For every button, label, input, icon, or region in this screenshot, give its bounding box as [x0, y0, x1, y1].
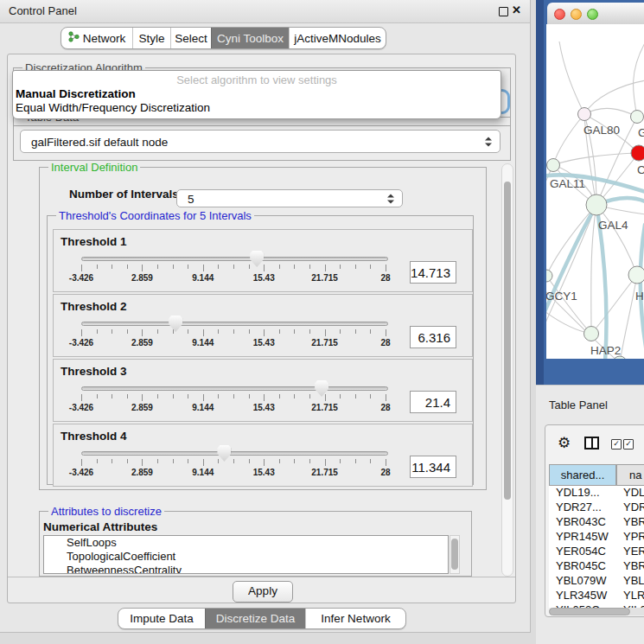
column-header-name[interactable]: na: [616, 464, 644, 486]
dropdown-option[interactable]: Equal Width/Frequency Discretization: [16, 101, 210, 114]
threshold-value-field[interactable]: 21.4: [410, 391, 456, 413]
columns-icon[interactable]: [584, 437, 599, 450]
network-node-gal11[interactable]: [547, 159, 560, 172]
slider-thumb[interactable]: [315, 380, 328, 397]
list-scrollbar[interactable]: [450, 535, 460, 574]
slider-thumb[interactable]: [250, 251, 264, 267]
tab-select[interactable]: Select: [170, 28, 211, 48]
settings-scrollbar[interactable]: [501, 163, 513, 577]
slider-tick: [157, 394, 158, 399]
column-header-shared-name[interactable]: shared...: [549, 464, 616, 486]
slider-tick: [112, 265, 112, 269]
divider: [8, 577, 515, 577]
tab-label: Style: [138, 32, 164, 45]
threshold-item: Threshold 1-3.4262.8599.14415.4321.71528…: [53, 229, 473, 292]
tab-infer-network[interactable]: Infer Network: [305, 609, 405, 628]
slider-tick: [157, 329, 158, 334]
tab-network[interactable]: Network: [61, 28, 132, 48]
list-item[interactable]: SelfLoops: [44, 536, 448, 550]
table-row[interactable]: YDR27...YDR2: [549, 501, 644, 515]
slider-tick: [112, 329, 112, 334]
slider-tick-label: 2.859: [120, 403, 163, 412]
slider-tick: [340, 459, 341, 463]
cell-name: YDR2: [623, 501, 644, 513]
network-edge: [634, 41, 644, 117]
network-node-c[interactable]: [631, 145, 644, 161]
tab-style[interactable]: Style: [132, 28, 170, 48]
scrollbar-thumb[interactable]: [451, 539, 458, 570]
list-item[interactable]: BetweennessCentrality: [44, 564, 448, 574]
network-node-h[interactable]: [628, 266, 644, 284]
threshold-value-field[interactable]: 14.713: [410, 261, 456, 284]
table-data-combobox[interactable]: galFiltered.sif default node: [20, 130, 501, 153]
tab-impute-data[interactable]: Impute Data: [118, 609, 205, 628]
cell-name: YBL0: [623, 574, 644, 587]
number-of-intervals-combobox[interactable]: 5: [176, 189, 403, 207]
network-canvas[interactable]: GAL80GACGAL11GAL4GCY1HHAP2: [546, 24, 644, 359]
threshold-value-field[interactable]: 6.316: [410, 326, 456, 348]
attributes-group: Attributes to discretize Numerical Attri…: [39, 511, 472, 577]
tab-label: Network: [83, 32, 126, 45]
table-row[interactable]: YPR145WYPR1: [549, 530, 644, 545]
slider-tick: [279, 394, 280, 399]
close-icon[interactable]: ✕: [512, 3, 521, 16]
table-row[interactable]: YBR043CYBR0: [549, 515, 644, 530]
table-row[interactable]: YBL079WYBL0: [549, 574, 644, 589]
tab-discretize-data[interactable]: Discretize Data: [205, 609, 305, 628]
gear-icon[interactable]: ⚙: [558, 434, 571, 452]
slider-tick: [325, 265, 326, 271]
cell-name: YER0: [623, 545, 644, 558]
cell-shared-name: YPR145W: [556, 530, 609, 543]
apply-button[interactable]: Apply: [233, 581, 293, 603]
cell-name: YDL1: [623, 486, 644, 499]
table-row[interactable]: YDL19...YDL1: [549, 486, 644, 501]
network-edge: [591, 275, 637, 334]
slider-tick: [386, 265, 386, 271]
scrollbar-thumb[interactable]: [504, 182, 511, 500]
minimize-button[interactable]: [571, 9, 582, 20]
thresholds-group: Threshold's Coordinates for 5 Intervals …: [47, 215, 474, 485]
network-node-label: GCY1: [546, 290, 577, 303]
scrollbar-thumb[interactable]: [549, 608, 630, 615]
network-node-ga[interactable]: [631, 111, 644, 124]
slider-tick: [386, 394, 386, 401]
threshold-value-field[interactable]: 11.344: [410, 456, 456, 478]
slider-tick: [233, 394, 234, 399]
zoom-button[interactable]: [587, 9, 598, 20]
slider-tick: [112, 459, 112, 463]
control-panel-window: Control Panel ✕ NetworkStyleSelectCyni T…: [0, 0, 531, 633]
network-node-gal4[interactable]: [586, 194, 607, 215]
numerical-attributes-list[interactable]: SelfLoopsTopologicalCoefficientBetweenne…: [43, 535, 449, 574]
dropdown-option[interactable]: Manual Discretization: [16, 87, 136, 100]
slider-tick: [97, 329, 98, 334]
table-row[interactable]: YER054CYER0: [549, 545, 644, 559]
tab-label: Select: [175, 32, 207, 45]
network-edge: [553, 153, 639, 165]
slider-tick: [173, 459, 174, 463]
slider-tick-label: 21.715: [303, 468, 347, 477]
slider-thumb[interactable]: [169, 316, 182, 332]
threshold-item: Threshold 3-3.4262.8599.14415.4321.71528…: [53, 359, 473, 422]
network-node-label: GAL11: [550, 177, 585, 190]
horizontal-scrollbar[interactable]: [549, 608, 644, 615]
list-item[interactable]: TopologicalCoefficient: [44, 550, 448, 564]
slider-thumb[interactable]: [217, 445, 231, 462]
group-title: Interval Definition: [48, 161, 140, 174]
slider-tick-label: 28: [364, 338, 407, 348]
checkbox-icon[interactable]: ✓: [611, 439, 622, 450]
checkbox-icon[interactable]: ✓: [623, 439, 634, 450]
tab-jactivemnodules[interactable]: jActiveMNodules: [289, 28, 386, 48]
table-row[interactable]: YLR345WYLR3: [549, 589, 644, 603]
network-node-hap2[interactable]: [584, 327, 599, 341]
float-window-icon[interactable]: [499, 7, 508, 16]
network-node-gcy1[interactable]: [546, 270, 552, 282]
network-node-gal80[interactable]: [578, 108, 591, 121]
tab-cyni-toolbox[interactable]: Cyni Toolbox: [211, 28, 289, 48]
slider-tick: [309, 265, 310, 269]
table-row[interactable]: YBR045CYBR0: [549, 559, 644, 574]
slider-tick-label: 21.715: [303, 403, 347, 412]
slider-tick-label: 9.144: [182, 468, 225, 477]
slider-tick: [81, 459, 82, 466]
close-button[interactable]: [554, 9, 565, 20]
slider-track: [81, 451, 388, 456]
